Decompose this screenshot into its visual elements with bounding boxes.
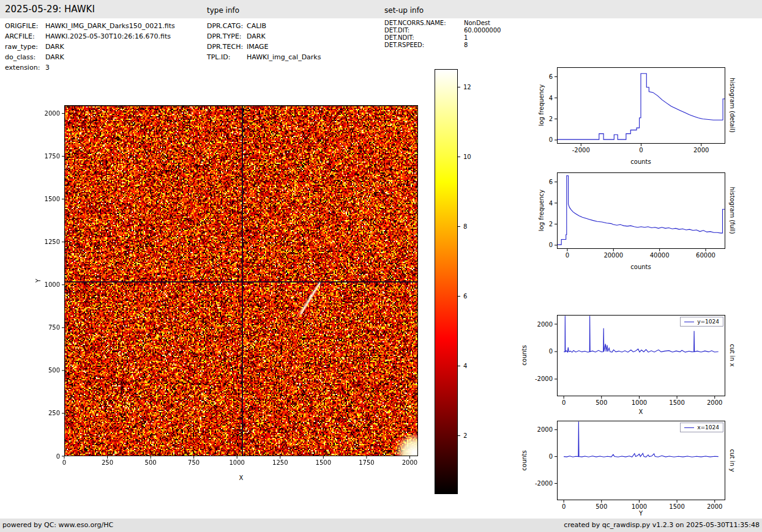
colorbar: 24681012 xyxy=(435,69,458,494)
field-value: HAWKI_IMG_DARK_Darks150_0021.fits xyxy=(45,21,175,31)
svg-text:1500: 1500 xyxy=(316,459,331,466)
svg-text:1250: 1250 xyxy=(272,459,288,466)
svg-text:0: 0 xyxy=(566,252,569,259)
histogram-detail-plot: -2000020000246 xyxy=(557,67,725,144)
main-ylabel: Y xyxy=(35,279,42,283)
colorbar-tick-label: 6 xyxy=(463,292,467,299)
colorbar-tick-label: 4 xyxy=(463,363,467,369)
svg-text:0: 0 xyxy=(549,453,553,460)
svg-text:2000: 2000 xyxy=(693,147,709,153)
info-row: DET.RSPEED:8 xyxy=(384,42,501,49)
type-info-block: DPR.CATG:CALIB DPR.TYPE:DARK DPR.TECH:IM… xyxy=(207,21,321,62)
cut-in-y-title: cut in y xyxy=(729,449,736,471)
svg-text:2000: 2000 xyxy=(707,399,722,406)
svg-text:750: 750 xyxy=(48,324,60,331)
setup-info-heading: set-up info xyxy=(384,6,424,15)
histogram-detail-title: histogram (detail) xyxy=(729,78,736,133)
footer-right-text: created by qc_rawdisp.py v1.2.3 on 2025-… xyxy=(564,521,760,529)
histogram-detail-axes: -2000020000246 xyxy=(557,67,725,144)
svg-text:2000: 2000 xyxy=(707,503,722,510)
colorbar-tick xyxy=(458,366,460,366)
svg-text:0: 0 xyxy=(639,147,643,153)
cut-in-x-title: cut in x xyxy=(729,344,736,366)
svg-text:0: 0 xyxy=(62,459,66,466)
field-value: 3 xyxy=(45,62,50,73)
cut-in-y-axes: 0500100015002000-200002000 xyxy=(557,421,725,500)
dark-frame-plot: 0250500750100012501500175020000250500750… xyxy=(64,105,418,456)
colorbar-gradient xyxy=(435,69,458,494)
colorbar-tick xyxy=(458,226,460,227)
svg-text:0: 0 xyxy=(549,136,553,143)
colorbar-tick xyxy=(458,87,460,87)
field-label: DPR.TYPE: xyxy=(207,31,247,42)
field-value: NonDest xyxy=(464,20,490,27)
colorbar-tick-label: 10 xyxy=(463,153,471,160)
field-label: TPL.ID: xyxy=(207,52,247,62)
field-value: DARK xyxy=(45,42,64,52)
field-value: HAWKI_img_cal_Darks xyxy=(247,52,321,62)
cut-in-x-plot: 0500100015002000-200002000 y=1024 xyxy=(557,315,725,396)
info-row: extension:3 xyxy=(5,62,175,73)
colorbar-tick-label: 12 xyxy=(463,83,471,90)
svg-text:1750: 1750 xyxy=(359,459,374,466)
colorbar-tick-label: 8 xyxy=(463,223,467,229)
svg-text:2000: 2000 xyxy=(402,459,417,466)
svg-text:6: 6 xyxy=(549,179,553,185)
svg-text:-2000: -2000 xyxy=(572,147,590,153)
cut-in-x-axes: 0500100015002000-200002000 xyxy=(557,315,725,396)
svg-text:6: 6 xyxy=(549,73,553,80)
info-row: DPR.CATG:CALIB xyxy=(207,21,321,31)
page-title: 2025-05-29: HAWKI xyxy=(5,4,95,15)
svg-text:2: 2 xyxy=(549,116,553,122)
info-row: DPR.TECH:IMAGE xyxy=(207,42,321,52)
field-label: do_class: xyxy=(5,52,45,62)
svg-text:1000: 1000 xyxy=(45,281,60,288)
colorbar-tick-label: 2 xyxy=(463,432,467,439)
histogram-full-xlabel: counts xyxy=(630,264,651,270)
svg-text:500: 500 xyxy=(48,367,60,374)
dark-frame-axes: 0250500750100012501500175020000250500750… xyxy=(64,105,418,456)
svg-text:1250: 1250 xyxy=(45,238,60,245)
svg-text:0: 0 xyxy=(562,399,566,406)
svg-text:2000: 2000 xyxy=(537,321,553,328)
cut-in-x-legend: y=1024 xyxy=(680,317,723,327)
histogram-full-ylabel: log frequency xyxy=(538,190,545,232)
setup-info-block: DET.NCORRS.NAME:NonDest DET.DIT:60.00000… xyxy=(384,20,501,49)
svg-text:40000: 40000 xyxy=(650,252,670,259)
footer-bar: powered by QC: www.eso.org/HC created by… xyxy=(0,519,762,532)
field-label: DPR.TECH: xyxy=(207,42,247,52)
field-value: CALIB xyxy=(247,21,266,31)
type-info-heading: type info xyxy=(207,6,239,15)
colorbar-tick xyxy=(458,157,460,157)
info-row: ORIGFILE:HAWKI_IMG_DARK_Darks150_0021.fi… xyxy=(5,21,175,31)
svg-text:1500: 1500 xyxy=(45,196,60,202)
field-value: HAWKI.2025-05-30T10:26:16.670.fits xyxy=(45,31,171,42)
field-label: DPR.CATG: xyxy=(207,21,247,31)
header-bar: 2025-05-29: HAWKI type info set-up info xyxy=(0,0,762,18)
legend-line-icon xyxy=(684,322,694,322)
field-value: 1 xyxy=(464,34,468,42)
field-label: DET.RSPEED: xyxy=(384,42,464,49)
svg-text:250: 250 xyxy=(48,410,60,416)
svg-text:4: 4 xyxy=(549,95,553,102)
legend-label: y=1024 xyxy=(697,318,719,325)
cut-in-y-plot: 0500100015002000-200002000 x=1024 xyxy=(557,421,725,500)
cut-in-y-legend: x=1024 xyxy=(680,423,723,432)
histogram-full-plot: 02000040000600000246 xyxy=(557,172,725,249)
info-row: DET.DIT:60.0000000 xyxy=(384,27,501,34)
cut-in-y-ylabel: counts xyxy=(521,450,528,470)
info-row: DPR.TYPE:DARK xyxy=(207,31,321,42)
histogram-detail-xlabel: counts xyxy=(630,158,651,165)
svg-text:750: 750 xyxy=(188,459,200,466)
svg-text:1500: 1500 xyxy=(669,503,684,510)
svg-text:20000: 20000 xyxy=(603,252,623,259)
file-info-block: ORIGFILE:HAWKI_IMG_DARK_Darks150_0021.fi… xyxy=(5,21,175,73)
field-label: raw_type: xyxy=(5,42,45,52)
field-label: extension: xyxy=(5,62,45,73)
svg-text:250: 250 xyxy=(102,459,113,466)
svg-text:500: 500 xyxy=(145,459,157,466)
field-value: 60.0000000 xyxy=(464,27,501,34)
cut-in-y-xlabel: Y xyxy=(639,510,643,517)
field-label: DET.DIT: xyxy=(384,27,464,34)
info-row: ARCFILE:HAWKI.2025-05-30T10:26:16.670.fi… xyxy=(5,31,175,42)
